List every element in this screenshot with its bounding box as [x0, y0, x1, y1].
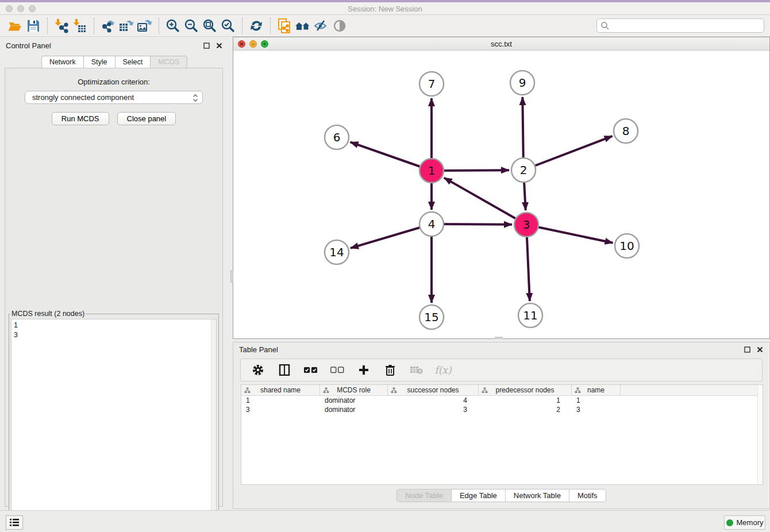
export-image-icon[interactable] — [136, 17, 154, 34]
graph-node-label: 9 — [519, 76, 526, 90]
import-network-icon[interactable] — [52, 17, 71, 34]
graph-node-7[interactable]: 7 — [419, 72, 444, 96]
mcds-result-line: 1 — [14, 321, 214, 330]
table-cell[interactable]: dominator — [320, 396, 388, 405]
mcds-result-textarea[interactable]: 13 — [11, 319, 217, 527]
export-image-arrow-icon — [137, 18, 153, 33]
optimization-criterion-select[interactable]: strongly connected component — [25, 91, 203, 104]
import-table-icon[interactable] — [71, 17, 89, 34]
main-toolbar — [0, 15, 770, 37]
chevron-up-down-icon — [192, 94, 198, 104]
sort-icon — [244, 387, 251, 394]
tab-node-table[interactable]: Node Table — [396, 489, 451, 502]
window-resize-grip[interactable] — [495, 337, 503, 339]
function-builder-icon[interactable]: f(x) — [436, 363, 450, 377]
close-panel-button[interactable]: Close panel — [117, 112, 176, 125]
sort-icon — [323, 387, 329, 394]
zoom-selected-icon[interactable] — [219, 17, 237, 34]
result-scrollbar-track[interactable] — [211, 319, 216, 526]
graph-node-2[interactable]: 2 — [511, 158, 536, 182]
graph-node-8[interactable]: 8 — [614, 119, 638, 143]
column-header-name[interactable]: name — [572, 385, 621, 395]
table-row[interactable]: 3dominator323 — [241, 405, 763, 414]
zoom-out-icon[interactable] — [182, 17, 201, 34]
tab-edge-table[interactable]: Edge Table — [451, 489, 505, 502]
panel-splitter-grip[interactable] — [230, 270, 233, 283]
column-header-predecessor-nodes[interactable]: predecessor nodes — [479, 385, 572, 395]
network-window-titlebar[interactable]: ✕ − + scc.txt — [233, 37, 769, 51]
table-row[interactable]: 1dominator411 — [241, 396, 763, 405]
show-columns-icon[interactable] — [278, 363, 291, 377]
table-cell[interactable]: 1 — [241, 396, 320, 405]
graph-edge-1-6[interactable] — [351, 142, 432, 171]
zoom-fit-icon[interactable] — [201, 17, 219, 34]
graph-node-label: 3 — [523, 218, 530, 232]
graph-node-10[interactable]: 10 — [615, 234, 639, 258]
table-scrollbar-track[interactable] — [757, 385, 763, 484]
table-settings-gear-icon[interactable] — [251, 363, 265, 377]
float-table-panel-icon[interactable] — [743, 346, 751, 354]
column-header-mcds-role[interactable]: MCDS role — [320, 385, 388, 395]
graph-edge-3-10[interactable] — [526, 225, 613, 243]
close-table-panel-icon[interactable] — [756, 346, 764, 354]
tab-network-table[interactable]: Network Table — [505, 489, 569, 502]
apply-layout-icon[interactable] — [247, 17, 265, 34]
table-cell[interactable]: dominator — [320, 405, 388, 414]
save-session-icon[interactable] — [24, 17, 43, 34]
network-graph[interactable]: 7968124314101511 — [233, 51, 769, 338]
memory-button[interactable]: Memory — [724, 515, 765, 530]
table-cell[interactable]: 1 — [479, 396, 572, 405]
hide-panel-icon[interactable] — [312, 17, 330, 34]
export-table-arrow-icon — [118, 18, 134, 33]
show-networks-icon[interactable] — [294, 17, 312, 34]
network-canvas[interactable]: 7968124314101511 — [233, 51, 769, 338]
add-column-icon[interactable] — [357, 363, 371, 377]
delete-column-icon[interactable] — [383, 363, 397, 377]
graph-node-14[interactable]: 14 — [325, 240, 349, 264]
graph-node-9[interactable]: 9 — [510, 71, 534, 95]
tab-network[interactable]: Network — [41, 56, 83, 68]
select-all-rows-icon[interactable] — [304, 363, 318, 377]
table-cell[interactable]: 3 — [388, 405, 479, 414]
table-cell[interactable]: 1 — [572, 396, 621, 405]
run-mcds-button[interactable]: Run MCDS — [52, 112, 109, 125]
floppy-disk-icon — [26, 19, 40, 33]
float-panel-icon[interactable] — [202, 41, 210, 49]
toolbar-separator — [47, 18, 48, 34]
show-eye-icon[interactable] — [330, 17, 349, 34]
zoom-in-icon[interactable] — [164, 17, 182, 34]
tab-style[interactable]: Style — [83, 56, 115, 68]
delete-table-icon[interactable] — [410, 363, 424, 377]
eye-icon — [332, 19, 347, 33]
table-cell[interactable]: 2 — [479, 405, 572, 414]
search-icon — [600, 21, 610, 30]
export-table-icon[interactable] — [117, 17, 136, 34]
tab-motifs[interactable]: Motifs — [569, 489, 606, 502]
export-network-icon[interactable] — [99, 17, 117, 34]
table-cell[interactable]: 3 — [572, 405, 621, 414]
graph-node-label: 7 — [428, 77, 436, 91]
clone-network-icon[interactable] — [275, 17, 294, 34]
task-history-button[interactable] — [6, 515, 23, 530]
graph-node-11[interactable]: 11 — [518, 303, 542, 327]
graph-node-15[interactable]: 15 — [419, 305, 444, 329]
tab-select[interactable]: Select — [115, 56, 151, 68]
graph-node-4[interactable]: 4 — [419, 212, 444, 236]
close-panel-icon[interactable] — [215, 41, 223, 49]
table-cell[interactable]: 4 — [388, 396, 479, 405]
import-network-arrow-icon — [54, 18, 69, 33]
graph-edge-3-1[interactable] — [444, 178, 526, 225]
tab-mcds[interactable]: MCDS — [150, 56, 187, 68]
graph-edge-2-8[interactable] — [523, 136, 613, 170]
open-session-icon[interactable] — [6, 17, 24, 34]
column-header-successor-nodes[interactable]: successor nodes — [388, 385, 479, 395]
search-input[interactable] — [610, 20, 764, 32]
graph-node-6[interactable]: 6 — [325, 125, 349, 149]
graph-node-1[interactable]: 1 — [419, 159, 444, 183]
column-header-shared-name[interactable]: shared name — [241, 385, 320, 395]
search-box[interactable] — [596, 18, 764, 33]
mcds-result-line: 3 — [14, 330, 214, 340]
graph-node-3[interactable]: 3 — [514, 213, 538, 237]
deselect-all-rows-icon[interactable] — [330, 363, 344, 377]
table-cell[interactable]: 3 — [241, 405, 320, 414]
